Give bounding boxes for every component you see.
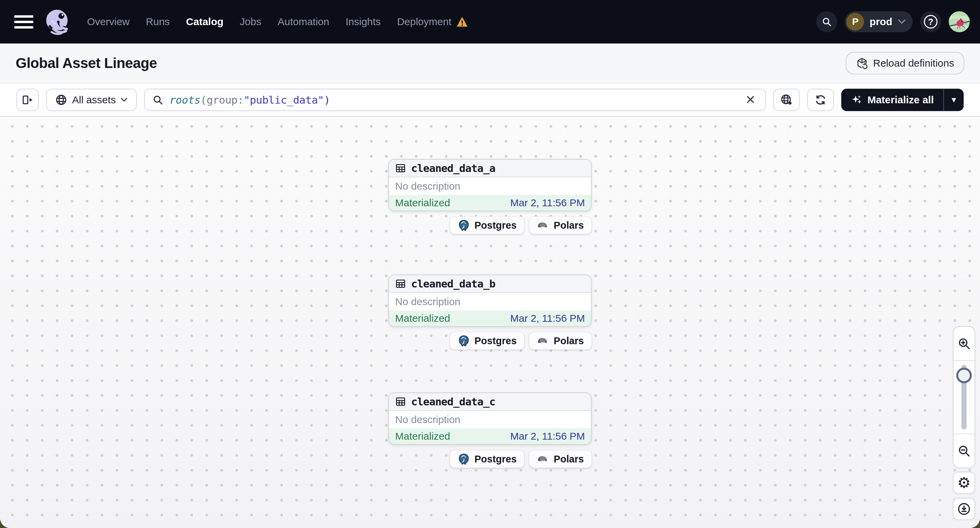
deployment-warning-icon bbox=[457, 16, 468, 27]
nav-item-jobs[interactable]: Jobs bbox=[240, 16, 261, 27]
tag-label: Postgres bbox=[474, 220, 517, 231]
asset-node-cleaned-data-c[interactable]: cleaned_data_c No description Materializ… bbox=[388, 392, 592, 445]
nav-item-insights[interactable]: Insights bbox=[345, 16, 380, 27]
zoom-in-button[interactable] bbox=[953, 327, 975, 361]
materialize-all-button-group: Materialize all ▾ bbox=[841, 89, 964, 111]
asset-node-tags: Postgres Polars bbox=[388, 332, 592, 350]
nav-item-catalog[interactable]: Catalog bbox=[186, 16, 223, 27]
bird-avatar-icon bbox=[949, 11, 970, 32]
clear-query-button[interactable]: ✕ bbox=[743, 94, 757, 106]
lineage-toolbar: All assets roots(group:"public_data") ✕ bbox=[0, 84, 980, 117]
postgres-icon bbox=[458, 453, 470, 465]
asset-selection-input[interactable]: roots(group:"public_data") ✕ bbox=[144, 89, 766, 111]
graph-settings-button[interactable]: ⚙ bbox=[953, 472, 975, 494]
materialized-timestamp[interactable]: Mar 2, 11:56 PM bbox=[510, 312, 585, 324]
top-navigation-bar: Overview Runs Catalog Jobs Automation In… bbox=[0, 0, 980, 43]
toggle-sidebar-button[interactable] bbox=[16, 89, 39, 111]
zoom-out-icon bbox=[957, 444, 971, 458]
postgres-icon bbox=[458, 335, 470, 347]
nav-item-deployment-label: Deployment bbox=[397, 16, 452, 27]
refresh-icon bbox=[814, 94, 827, 106]
materialized-timestamp[interactable]: Mar 2, 11:56 PM bbox=[510, 197, 585, 209]
help-button[interactable]: ? bbox=[920, 11, 941, 32]
chevron-down-icon bbox=[120, 98, 128, 102]
open-panel-icon bbox=[21, 94, 33, 106]
nav-item-automation[interactable]: Automation bbox=[277, 16, 329, 27]
query-open-paren: ( bbox=[200, 94, 207, 106]
tag-polars[interactable]: Polars bbox=[529, 450, 592, 468]
topnav-right-cluster: P prod ? bbox=[816, 11, 970, 32]
materialized-status: Materialized bbox=[395, 430, 450, 442]
help-icon: ? bbox=[924, 15, 937, 29]
asset-name: cleaned_data_b bbox=[411, 277, 495, 290]
view-full-graph-button[interactable] bbox=[773, 89, 800, 111]
page-header: Global Asset Lineage Reload definitions bbox=[0, 43, 980, 84]
asset-selection-query: roots(group:"public_data") bbox=[169, 94, 330, 106]
deployment-switcher[interactable]: P prod bbox=[845, 11, 913, 32]
asset-node-tags: Postgres Polars bbox=[388, 450, 592, 468]
query-close-paren: ) bbox=[324, 94, 330, 106]
nav-item-runs[interactable]: Runs bbox=[146, 16, 170, 27]
environment-avatar: P bbox=[846, 13, 864, 30]
dagster-app-window: Overview Runs Catalog Jobs Automation In… bbox=[0, 0, 980, 528]
asset-description: No description bbox=[389, 411, 591, 428]
sparkles-icon bbox=[851, 94, 862, 106]
nav-item-deployment[interactable]: Deployment bbox=[397, 16, 468, 27]
tag-postgres[interactable]: Postgres bbox=[450, 216, 524, 234]
query-colon: : bbox=[237, 94, 243, 106]
materialize-all-button[interactable]: Materialize all bbox=[841, 89, 943, 111]
globe-icon bbox=[55, 94, 67, 106]
zoom-out-button[interactable] bbox=[953, 434, 975, 468]
lineage-canvas[interactable]: cleaned_data_a No description Materializ… bbox=[0, 117, 980, 528]
globe-plus-icon bbox=[780, 94, 793, 106]
gear-icon: ⚙ bbox=[957, 475, 970, 490]
tag-polars[interactable]: Polars bbox=[529, 216, 592, 234]
table-icon bbox=[395, 278, 406, 289]
asset-name: cleaned_data_c bbox=[411, 395, 495, 408]
user-avatar[interactable] bbox=[949, 11, 970, 32]
zoom-slider-thumb[interactable] bbox=[956, 368, 972, 383]
asset-filter-dropdown[interactable]: All assets bbox=[46, 89, 137, 111]
tag-label: Postgres bbox=[474, 335, 517, 347]
download-graph-button[interactable] bbox=[953, 498, 975, 520]
materialized-status: Materialized bbox=[395, 197, 450, 209]
materialize-options-caret[interactable]: ▾ bbox=[944, 89, 964, 111]
asset-status-row: Materialized Mar 2, 11:56 PM bbox=[389, 428, 591, 444]
search-button[interactable] bbox=[816, 11, 837, 32]
tag-polars[interactable]: Polars bbox=[529, 332, 592, 350]
asset-node-header: cleaned_data_a bbox=[389, 160, 591, 178]
asset-node-cleaned-data-a[interactable]: cleaned_data_a No description Materializ… bbox=[388, 159, 592, 211]
tag-postgres[interactable]: Postgres bbox=[450, 332, 524, 350]
tag-postgres[interactable]: Postgres bbox=[450, 450, 524, 468]
query-function: roots bbox=[169, 94, 200, 106]
screen: Overview Runs Catalog Jobs Automation In… bbox=[0, 0, 980, 528]
refresh-button[interactable] bbox=[807, 89, 834, 111]
asset-filter-label: All assets bbox=[72, 94, 116, 106]
reload-definitions-icon bbox=[856, 57, 868, 69]
asset-node-cleaned-data-b[interactable]: cleaned_data_b No description Materializ… bbox=[388, 274, 592, 327]
asset-node-header: cleaned_data_c bbox=[389, 393, 591, 411]
dagster-logo-icon[interactable] bbox=[43, 8, 72, 36]
zoom-slider[interactable] bbox=[953, 361, 975, 434]
asset-status-row: Materialized Mar 2, 11:56 PM bbox=[389, 311, 591, 326]
polars-icon bbox=[537, 221, 549, 229]
zoom-in-icon bbox=[957, 337, 971, 350]
tag-label: Polars bbox=[554, 335, 584, 347]
hamburger-menu-icon[interactable] bbox=[14, 11, 36, 33]
materialize-all-label: Materialize all bbox=[867, 94, 934, 106]
table-icon bbox=[395, 396, 406, 407]
environment-name: prod bbox=[870, 16, 892, 27]
zoom-control-group bbox=[953, 326, 975, 468]
polars-icon bbox=[537, 337, 549, 345]
query-field: group bbox=[207, 94, 237, 106]
query-value: "public_data" bbox=[243, 94, 324, 106]
reload-definitions-label: Reload definitions bbox=[873, 57, 955, 69]
tag-label: Polars bbox=[554, 220, 584, 231]
asset-description: No description bbox=[389, 293, 591, 311]
materialized-status: Materialized bbox=[395, 312, 450, 324]
reload-definitions-button[interactable]: Reload definitions bbox=[846, 52, 965, 75]
main-nav: Overview Runs Catalog Jobs Automation In… bbox=[87, 16, 468, 27]
materialized-timestamp[interactable]: Mar 2, 11:56 PM bbox=[510, 430, 585, 442]
asset-node-header: cleaned_data_b bbox=[389, 275, 591, 293]
nav-item-overview[interactable]: Overview bbox=[87, 16, 130, 27]
